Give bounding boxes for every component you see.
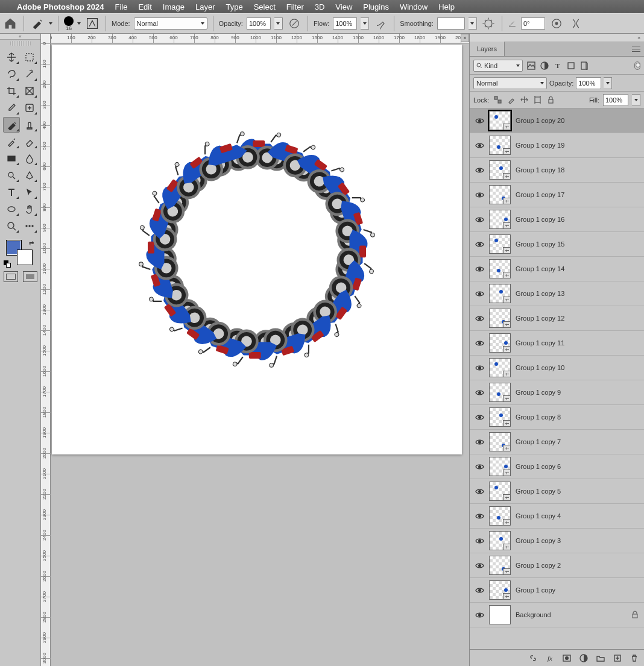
- gradient-tool[interactable]: [3, 151, 20, 166]
- visibility-eye-icon[interactable]: [475, 363, 484, 372]
- layer-fill-dropdown[interactable]: [632, 94, 640, 106]
- layer-name[interactable]: Background: [516, 611, 626, 618]
- layer-name[interactable]: Group 1 copy 12: [516, 315, 639, 322]
- filter-kind-select[interactable]: Kind: [473, 60, 523, 72]
- layer-row[interactable]: Group 1 copy 14: [470, 257, 644, 281]
- layer-name[interactable]: Group 1 copy 7: [516, 438, 639, 445]
- layer-opacity-input[interactable]: 100%: [576, 77, 601, 89]
- menu-edit[interactable]: Edit: [138, 2, 151, 11]
- filter-type-icon[interactable]: T: [553, 61, 563, 71]
- layer-row[interactable]: Group 1 copy 19: [470, 133, 644, 158]
- menu-file[interactable]: File: [115, 2, 127, 11]
- visibility-eye-icon[interactable]: [475, 437, 484, 447]
- layer-row[interactable]: Group 1 copy 5: [470, 479, 644, 504]
- layer-thumbnail[interactable]: [489, 309, 511, 328]
- vertical-ruler[interactable]: 0100200300400500600700800900100011001200…: [41, 34, 51, 666]
- marquee-tool[interactable]: [21, 49, 38, 65]
- filter-pixel-icon[interactable]: [526, 61, 536, 71]
- layer-blend-select[interactable]: Normal: [473, 77, 547, 89]
- layer-mask-icon[interactable]: [562, 653, 572, 663]
- chevron-down-icon[interactable]: [77, 22, 81, 25]
- layer-name[interactable]: Group 1 copy 5: [516, 488, 639, 495]
- lock-transparency-icon[interactable]: [493, 95, 502, 105]
- layer-thumbnail[interactable]: [489, 605, 511, 624]
- layer-name[interactable]: Group 1 copy 10: [516, 364, 639, 371]
- blend-mode-select[interactable]: Normal: [134, 17, 207, 30]
- layer-thumbnail[interactable]: [489, 333, 511, 353]
- layer-thumbnail[interactable]: [489, 457, 511, 476]
- tab-layers[interactable]: Layers: [470, 42, 505, 56]
- lock-all-icon[interactable]: [546, 95, 555, 105]
- filter-smart-icon[interactable]: [579, 61, 589, 71]
- visibility-eye-icon[interactable]: [475, 486, 484, 496]
- smoothing-input[interactable]: [437, 17, 465, 30]
- healing-brush-tool[interactable]: [21, 100, 38, 116]
- flow-input[interactable]: 100%: [333, 17, 357, 30]
- link-layers-icon[interactable]: [528, 653, 538, 663]
- layer-thumbnail[interactable]: [489, 234, 511, 254]
- layer-name[interactable]: Group 1 copy 17: [516, 191, 639, 198]
- visibility-eye-icon[interactable]: [475, 116, 484, 125]
- blur-tool[interactable]: [21, 151, 38, 166]
- flow-dropdown[interactable]: [361, 17, 369, 30]
- hand-tool[interactable]: [21, 201, 38, 217]
- brush-preview[interactable]: 16: [64, 16, 74, 31]
- clone-stamp-tool[interactable]: [21, 117, 38, 133]
- opacity-dropdown[interactable]: [274, 17, 283, 30]
- layer-thumbnail[interactable]: [489, 111, 511, 130]
- layer-opacity-dropdown[interactable]: [604, 77, 612, 89]
- layer-name[interactable]: Group 1 copy 11: [516, 339, 639, 347]
- move-tool[interactable]: [3, 49, 20, 65]
- layer-row[interactable]: Group 1 copy 9: [470, 380, 644, 405]
- visibility-eye-icon[interactable]: [475, 338, 484, 348]
- layer-row[interactable]: Group 1 copy 10: [470, 356, 644, 380]
- tool-preset-picker[interactable]: [30, 16, 45, 31]
- visibility-eye-icon[interactable]: [475, 190, 484, 199]
- layer-name[interactable]: Group 1 copy 3: [516, 537, 639, 544]
- visibility-eye-icon[interactable]: [475, 585, 484, 595]
- layer-row[interactable]: Group 1 copy 2: [470, 553, 644, 578]
- visibility-eye-icon[interactable]: [475, 313, 484, 323]
- dodge-tool[interactable]: [3, 168, 20, 183]
- layer-thumbnail[interactable]: [489, 407, 511, 427]
- layer-thumbnail[interactable]: [489, 358, 511, 377]
- menu-filter[interactable]: Filter: [286, 2, 304, 11]
- layer-row[interactable]: Group 1 copy 7: [470, 430, 644, 454]
- layer-name[interactable]: Group 1 copy 6: [516, 463, 639, 470]
- layer-row[interactable]: Group 1 copy 6: [470, 454, 644, 479]
- layer-thumbnail[interactable]: [489, 531, 511, 550]
- lasso-tool[interactable]: [3, 66, 20, 82]
- layer-row[interactable]: Group 1 copy 15: [470, 232, 644, 257]
- layer-row[interactable]: Group 1 copy 3: [470, 529, 644, 553]
- delete-layer-icon[interactable]: [630, 653, 639, 663]
- zoom-tool[interactable]: [3, 218, 20, 234]
- type-tool[interactable]: [3, 184, 20, 200]
- standard-mode-icon[interactable]: [4, 271, 18, 282]
- panel-menu-icon[interactable]: [632, 46, 640, 52]
- layer-thumbnail[interactable]: [489, 185, 511, 204]
- default-colors-icon[interactable]: [4, 260, 11, 268]
- lock-image-icon[interactable]: [506, 95, 516, 105]
- visibility-eye-icon[interactable]: [475, 536, 484, 545]
- layer-name[interactable]: Group 1 copy 13: [516, 290, 639, 297]
- group-layers-icon[interactable]: [596, 653, 605, 663]
- eyedropper-tool[interactable]: [3, 100, 20, 116]
- smoothing-dropdown[interactable]: [469, 17, 477, 30]
- lock-icon[interactable]: [631, 611, 639, 619]
- layer-row[interactable]: Group 1 copy 17: [470, 183, 644, 207]
- layer-row[interactable]: Group 1 copy 18: [470, 158, 644, 183]
- layer-name[interactable]: Group 1 copy 9: [516, 389, 639, 396]
- filter-adjustment-icon[interactable]: [540, 61, 549, 71]
- visibility-eye-icon[interactable]: [475, 610, 484, 620]
- layer-thumbnail[interactable]: [489, 432, 511, 451]
- visibility-eye-icon[interactable]: [475, 412, 484, 422]
- menu-window[interactable]: Window: [400, 2, 428, 11]
- visibility-eye-icon[interactable]: [475, 462, 484, 471]
- layer-row[interactable]: Group 1 copy 16: [470, 207, 644, 232]
- brush-tool[interactable]: [3, 117, 20, 133]
- close-panel-tab[interactable]: ×: [461, 34, 469, 42]
- layer-thumbnail[interactable]: [489, 580, 511, 600]
- panel-grip[interactable]: [10, 41, 31, 46]
- magic-wand-tool[interactable]: [21, 66, 38, 82]
- layer-thumbnail[interactable]: [489, 506, 511, 526]
